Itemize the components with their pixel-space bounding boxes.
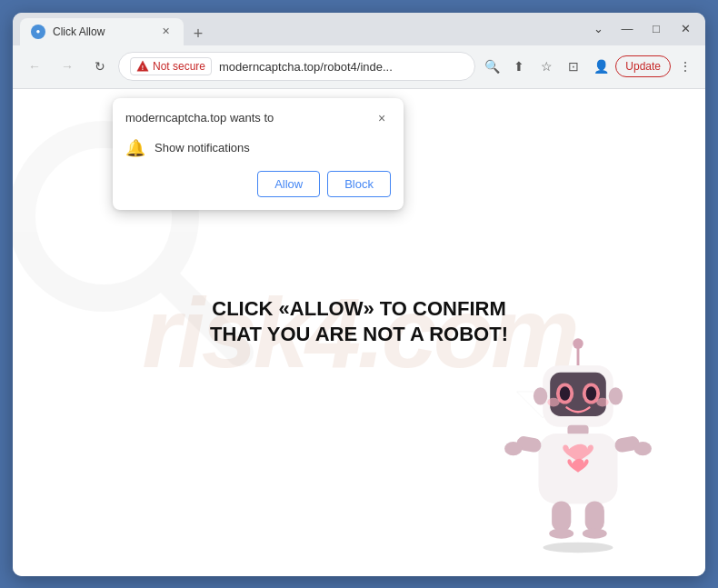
close-button[interactable]: ✕ [673,16,698,42]
toolbar-icons: 🔍 ⬆ ☆ ⊡ 👤 Update ⋮ [479,54,698,79]
maximize-button[interactable]: □ [643,16,669,42]
svg-text:!: ! [142,65,144,71]
svg-rect-23 [552,501,571,532]
svg-point-15 [609,387,623,404]
svg-point-11 [586,386,597,400]
update-button[interactable]: Update [615,55,671,77]
security-label: Not secure [153,60,205,73]
window-controls: ⌄ — □ ✕ [585,16,698,42]
svg-point-14 [534,387,547,404]
captcha-main-text: CLICK «ALLOW» TO CONFIRM THAT YOU ARE NO… [195,296,523,348]
svg-point-12 [547,397,559,406]
url-display: moderncaptcha.top/robot4/inde... [219,60,464,74]
popup-header: moderncaptcha.top wants to × [113,98,404,133]
tab-title: Click Allow [53,25,151,38]
robot-illustration [487,322,669,558]
svg-point-13 [596,397,608,406]
svg-point-4 [573,338,583,349]
page-content: risk4.com moderncaptcha.top wants to × 🔔… [13,89,705,576]
security-badge: ! Not secure [130,57,212,75]
svg-point-22 [634,441,652,454]
split-view-icon[interactable]: ⊡ [561,54,586,79]
minimize-button[interactable]: — [614,16,640,42]
toolbar: ← → ↻ ! Not secure moderncaptcha.top/rob… [13,45,705,89]
new-tab-button[interactable]: + [187,24,209,45]
active-tab[interactable]: Click Allow ✕ [20,18,184,45]
chevron-up-icon[interactable]: ⌄ [585,16,611,42]
notification-popup: moderncaptcha.top wants to × 🔔 Show noti… [113,98,404,210]
share-icon[interactable]: ⬆ [506,54,532,79]
popup-title: moderncaptcha.top wants to [125,111,274,125]
svg-point-24 [549,528,573,539]
warning-icon: ! [136,60,149,73]
popup-close-button[interactable]: × [373,109,391,127]
forward-button[interactable]: → [53,52,82,81]
tab-favicon [31,25,45,39]
bell-icon: 🔔 [125,138,145,158]
tab-close-button[interactable]: ✕ [158,25,173,39]
svg-point-20 [504,441,522,454]
svg-point-10 [560,386,571,400]
popup-permission-row: 🔔 Show notifications [113,133,404,171]
profile-icon[interactable]: 👤 [588,54,613,79]
svg-rect-25 [585,501,604,532]
search-icon[interactable]: 🔍 [479,54,504,79]
menu-icon[interactable]: ⋮ [673,54,698,79]
permission-text: Show notifications [155,141,250,154]
tab-area: Click Allow ✕ + [20,13,580,45]
title-bar: Click Allow ✕ + ⌄ — □ ✕ [13,13,705,45]
browser-window: Click Allow ✕ + ⌄ — □ ✕ ← → ↻ ! [13,13,705,576]
popup-buttons: Allow Block [113,171,404,210]
svg-point-27 [543,542,613,553]
bookmark-icon[interactable]: ☆ [534,54,559,79]
allow-button[interactable]: Allow [257,171,320,197]
block-button[interactable]: Block [327,171,391,197]
address-bar[interactable]: ! Not secure moderncaptcha.top/robot4/in… [118,52,475,81]
svg-point-26 [583,528,607,539]
refresh-button[interactable]: ↻ [85,52,115,81]
back-button[interactable]: ← [20,52,49,81]
